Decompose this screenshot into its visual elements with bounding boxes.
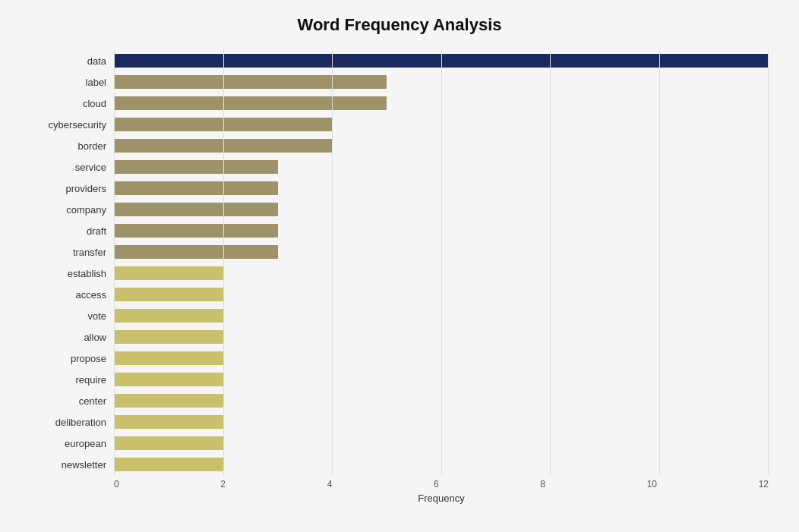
bar-row (114, 266, 769, 281)
bar-center (114, 394, 223, 408)
x-axis-label: Frequency (114, 493, 769, 504)
bar-row (114, 244, 769, 260)
chart-title: Word Frequency Analysis (30, 15, 769, 35)
bar-row (114, 181, 769, 196)
y-label: providers (66, 184, 106, 194)
bar-cybersecurity (114, 118, 332, 131)
x-tick: 0 (114, 479, 119, 490)
bar-company (114, 203, 278, 216)
bar-require (114, 373, 223, 386)
bar-draft (114, 224, 278, 238)
y-label: european (65, 439, 106, 449)
bar-row (114, 223, 769, 238)
x-tick: 12 (759, 479, 769, 490)
x-tick: 8 (540, 479, 545, 490)
bar-row (114, 96, 769, 111)
x-tick: 2 (220, 479, 226, 490)
bar-border (114, 139, 332, 153)
bar-european (114, 436, 223, 450)
bar-vote (114, 309, 223, 323)
bar-row (114, 117, 769, 132)
bars-wrapper (114, 50, 769, 475)
bar-access (114, 288, 223, 301)
bar-row (114, 436, 769, 451)
y-label: vote (87, 311, 106, 321)
y-axis-labels: datalabelcloudcybersecurityborderservice… (30, 50, 114, 498)
bar-label (114, 75, 387, 89)
chart-area: datalabelcloudcybersecurityborderservice… (30, 50, 769, 498)
x-tick: 4 (327, 479, 333, 490)
bar-data (114, 54, 769, 68)
chart-container: Word Frequency Analysis datalabelcloudcy… (0, 0, 799, 532)
bar-cloud (114, 96, 387, 110)
bar-establish (114, 266, 223, 280)
bar-row (114, 372, 769, 387)
y-label: access (76, 290, 106, 300)
bar-row (114, 159, 769, 175)
bar-row (114, 329, 769, 345)
y-label: service (75, 162, 106, 172)
bar-providers (114, 181, 278, 195)
y-label: label (86, 77, 106, 87)
bar-row (114, 457, 769, 472)
bar-service (114, 160, 278, 174)
y-label: border (77, 141, 106, 151)
y-label: deliberation (55, 417, 106, 427)
bar-row (114, 414, 769, 430)
x-tick: 6 (434, 479, 439, 490)
bar-row (114, 393, 769, 408)
y-label: propose (71, 354, 106, 364)
y-label: center (79, 396, 106, 406)
y-label: cloud (83, 99, 106, 109)
y-label: data (87, 56, 106, 66)
y-label: require (76, 375, 106, 385)
x-axis: 024681012 Frequency (114, 475, 769, 498)
y-label: cybersecurity (48, 120, 106, 130)
bar-transfer (114, 245, 278, 259)
bar-row (114, 138, 769, 153)
bar-row (114, 351, 769, 366)
bar-allow (114, 330, 223, 344)
y-label: transfer (73, 247, 106, 257)
y-label: draft (87, 226, 106, 236)
bar-propose (114, 351, 223, 365)
bar-row (114, 308, 769, 323)
bar-row (114, 74, 769, 90)
bars-section: 024681012 Frequency (114, 50, 769, 498)
bar-newsletter (114, 458, 223, 471)
x-ticks: 024681012 (114, 475, 769, 490)
y-label: allow (84, 332, 106, 342)
bar-row (114, 53, 769, 68)
y-label: newsletter (62, 460, 106, 470)
y-label: establish (68, 269, 106, 279)
x-tick: 10 (647, 479, 657, 490)
bar-row (114, 202, 769, 217)
bar-deliberation (114, 415, 223, 429)
bar-row (114, 287, 769, 302)
y-label: company (66, 205, 106, 215)
